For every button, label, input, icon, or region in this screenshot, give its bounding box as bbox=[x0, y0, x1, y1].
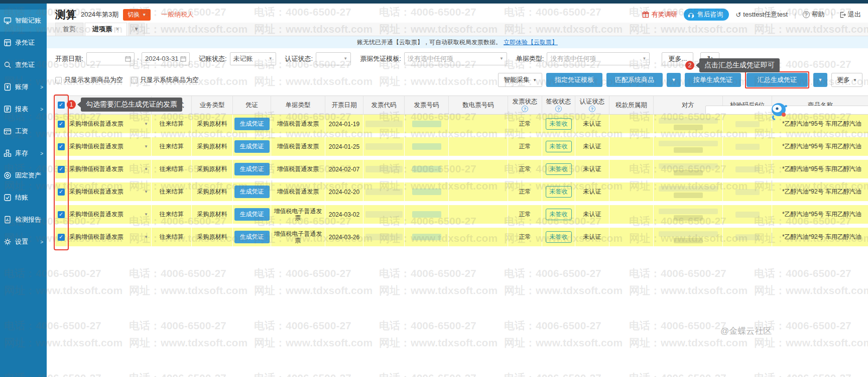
sidebar-item-settings[interactable]: 设置 > bbox=[0, 231, 47, 253]
assign-voucher-template-button[interactable]: 指定凭证模板 bbox=[546, 73, 602, 87]
check-code-cell bbox=[723, 182, 772, 201]
generate-voucher-button[interactable]: 生成凭证 bbox=[234, 185, 270, 198]
sidebar-item-label: 报表 bbox=[15, 105, 28, 114]
sign-status-button[interactable]: 未签收 bbox=[546, 231, 572, 243]
row-checkbox[interactable]: ✓ bbox=[58, 143, 65, 150]
counterparty-cell bbox=[654, 160, 723, 178]
sidebar-item-reports[interactable]: 报表 > bbox=[0, 98, 47, 120]
summary-generate-voucher-button[interactable]: 汇总生成凭证 bbox=[747, 73, 808, 87]
generate-voucher-button[interactable]: 生成凭证 bbox=[234, 140, 270, 153]
generate-voucher-button[interactable]: 生成凭证 bbox=[234, 208, 270, 221]
support-button[interactable]: 售后咨询 bbox=[684, 9, 729, 21]
help-icon[interactable]: ? bbox=[555, 106, 562, 112]
voucher-template-select[interactable]: 没有选中任何项▼ bbox=[404, 52, 507, 65]
help-link[interactable]: ? 帮助 bbox=[803, 10, 825, 19]
match-system-goods-button[interactable]: 匹配系统商品 bbox=[606, 73, 663, 87]
row-checkbox[interactable]: ✓ bbox=[58, 189, 65, 196]
divider: | bbox=[794, 11, 796, 19]
voucher-template-cell[interactable]: 采购增值税普通发票▼ bbox=[67, 182, 152, 201]
row-checkbox[interactable]: ✓ bbox=[58, 211, 65, 218]
sign-status-button[interactable]: 未签收 bbox=[546, 209, 572, 220]
logout-link[interactable]: 退出 bbox=[839, 10, 861, 19]
counterparty-cell bbox=[654, 137, 723, 156]
help-icon[interactable]: ? bbox=[522, 106, 528, 112]
sidebar-item-voucher-search[interactable]: 查凭证 bbox=[0, 54, 47, 76]
sidebar-item-inspection-report[interactable]: 检测报告 bbox=[0, 209, 47, 231]
product-name-cell: *乙醇汽油*92号 车用乙醇汽油 bbox=[772, 182, 868, 201]
booking-status-select[interactable]: 未记账▼ bbox=[230, 52, 276, 65]
sidebar-item-ledger[interactable]: 账簿 > bbox=[0, 76, 47, 98]
sidebar-item-payroll[interactable]: 工资 bbox=[0, 120, 47, 142]
digital-invoice-number-cell bbox=[449, 228, 508, 246]
voucher-template-cell[interactable]: 采购增值税普通发票▼ bbox=[67, 228, 152, 246]
switch-period-button[interactable]: 切换▼ bbox=[123, 9, 151, 21]
doc-type-select[interactable]: 没有选中任何项▼ bbox=[547, 52, 650, 65]
voucher-template-cell[interactable]: 采购增值税普通发票▼ bbox=[67, 137, 152, 156]
voucher-template-cell[interactable]: 采购增值税普通发票▼ bbox=[67, 160, 152, 178]
tab-home[interactable]: 首页 bbox=[55, 23, 83, 36]
more-actions-button[interactable]: 更多▼ bbox=[831, 73, 862, 87]
voucher-template-label: 票据凭证模板: bbox=[360, 54, 401, 63]
check-code-cell bbox=[723, 205, 772, 224]
voucher-template-cell[interactable]: 采购增值税普通发票▼ bbox=[67, 205, 152, 224]
tab-input-invoices[interactable]: 进项票× bbox=[85, 23, 127, 36]
generate-voucher-button[interactable]: 生成凭证 bbox=[234, 163, 270, 175]
redacted-value bbox=[365, 189, 403, 195]
account-switch-link[interactable]: ↺ testtest任意test bbox=[735, 10, 788, 19]
voucher-cell: 生成凭证 bbox=[233, 160, 271, 178]
invoice-number-cell bbox=[405, 137, 449, 156]
close-tab-icon[interactable]: × bbox=[115, 25, 119, 33]
select-all-checkbox[interactable]: ✓ bbox=[58, 102, 65, 109]
invoice-status-cell: 正常 bbox=[508, 160, 542, 178]
summary-voucher-dropdown-button[interactable]: ▼ bbox=[813, 73, 827, 87]
redacted-value bbox=[365, 234, 403, 240]
tax-period-cell bbox=[609, 160, 654, 178]
col-doc-type: 单据类型 bbox=[271, 96, 325, 114]
tax-period-cell bbox=[609, 115, 654, 133]
sidebar-item-voucher-entry[interactable]: 录凭证 bbox=[0, 32, 47, 54]
sign-status-button[interactable]: 未签收 bbox=[546, 118, 572, 130]
only-system-goods-empty-checkbox[interactable]: 只显示系统商品为空 bbox=[131, 75, 199, 84]
smart-collect-button[interactable]: 智能采集▼ bbox=[498, 73, 542, 87]
survey-link[interactable]: 有奖调研 bbox=[642, 10, 677, 19]
tab-list-dropdown[interactable]: ▼ bbox=[129, 23, 145, 36]
sign-status-button[interactable]: 未签收 bbox=[546, 163, 572, 175]
mascot-icon[interactable] bbox=[770, 100, 788, 124]
help-icon[interactable]: ? bbox=[589, 106, 595, 112]
sidebar-item-label: 工资 bbox=[15, 127, 28, 136]
redacted-value bbox=[735, 166, 760, 172]
step1-badge: 1 bbox=[67, 100, 76, 109]
match-goods-dropdown-button[interactable]: ▼ bbox=[667, 73, 681, 87]
row-select-cell: ✓ bbox=[55, 205, 67, 224]
sidebar-item-closing[interactable]: 结账 bbox=[0, 186, 47, 209]
settlement-cell: 往来结算 bbox=[152, 182, 192, 201]
row-checkbox[interactable]: ✓ bbox=[58, 166, 65, 173]
report-list-icon bbox=[4, 105, 12, 113]
step2-badge: 2 bbox=[685, 61, 694, 70]
sidebar-item-inventory[interactable]: 库存 > bbox=[0, 142, 47, 164]
date-to-input[interactable]: 2024-03-31 bbox=[142, 52, 190, 65]
booking-status-label: 记账状态: bbox=[199, 54, 227, 63]
only-invoice-goods-empty-checkbox[interactable]: 只显示发票商品为空 bbox=[55, 75, 123, 84]
row-select-cell: ✓ bbox=[55, 228, 67, 246]
chevron-down-icon: ▼ bbox=[343, 56, 347, 61]
redacted-value bbox=[659, 186, 718, 198]
sign-status-button[interactable]: 未签收 bbox=[546, 141, 572, 152]
col-sign-status: 签收状态? bbox=[542, 96, 575, 114]
date-from-input[interactable] bbox=[86, 52, 135, 65]
cloud-ticket-link[interactable]: 立即体验【云取票】 bbox=[504, 38, 558, 47]
tax-period-cell bbox=[609, 205, 654, 224]
sign-status-button[interactable]: 未签收 bbox=[546, 186, 572, 198]
sidebar-item-smart-bookkeeping[interactable]: 智能记账 bbox=[0, 10, 47, 32]
auth-status-select[interactable]: ▼ bbox=[316, 52, 351, 65]
row-checkbox[interactable]: ✓ bbox=[58, 234, 65, 241]
gift-icon bbox=[642, 11, 649, 18]
voucher-template-cell[interactable]: 采购增值税普通发票▼ bbox=[67, 115, 152, 133]
invoice-table: ✓ 票据凭证模板 结算方式 业务类型 凭证 单据类型 开票日期 发票代码 发票号… bbox=[55, 96, 868, 250]
generate-voucher-button[interactable]: 生成凭证 bbox=[234, 118, 270, 130]
row-checkbox[interactable]: ✓ bbox=[58, 121, 65, 128]
table-row: ✓ 采购增值税普通发票▼ 往来结算 采购原材料 生成凭证 增值税普通发票 202… bbox=[55, 160, 868, 178]
sidebar-item-fixed-assets[interactable]: 固定资产 bbox=[0, 164, 47, 186]
generate-voucher-button[interactable]: 生成凭证 bbox=[234, 231, 270, 243]
per-doc-generate-voucher-button[interactable]: 按单生成凭证 bbox=[685, 73, 741, 87]
